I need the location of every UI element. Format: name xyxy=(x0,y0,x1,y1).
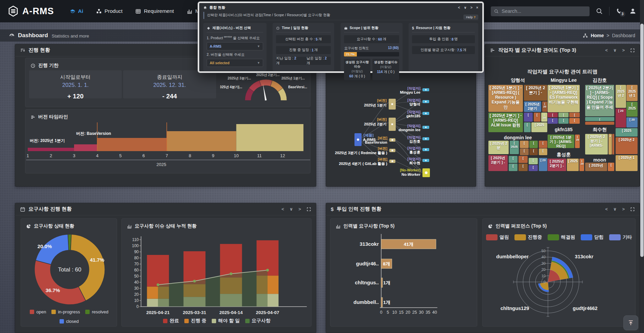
modal-collapse-button[interactable]: ∨ xyxy=(464,6,467,9)
treemap-cell[interactable]: [ 20 xyxy=(579,159,584,171)
treemap-cell[interactable]: [ xyxy=(529,148,538,155)
treemap-cell[interactable]: [ 2025년 1분기 ] - [ARMS-REQ] xyxy=(548,135,574,148)
treemap-cell[interactable]: [ 2025년 xyxy=(585,163,607,171)
worker-involvement-treemap[interactable]: 양형석Mingyu Lee김찬호dongmin leegkfn185최수현홍성훈… xyxy=(488,76,638,171)
product-select[interactable]: A-RMS ▼ xyxy=(207,42,263,50)
legend-item[interactable]: 요구사항 xyxy=(245,318,271,324)
panel-collapse-button[interactable]: ∨ xyxy=(290,207,293,211)
scroll-to-top-button[interactable] xyxy=(623,315,638,330)
treemap-cell[interactable]: [ xyxy=(509,164,518,171)
breadcrumb-home[interactable]: Home xyxy=(591,33,604,38)
treemap-cell[interactable]: [ 20 xyxy=(541,113,547,122)
notifications-button[interactable]: 3 xyxy=(616,7,623,15)
treemap-cell[interactable]: [ xyxy=(529,141,538,148)
treemap-cell[interactable]: [ xyxy=(548,113,558,117)
help-button[interactable]: Help ? xyxy=(463,15,478,20)
legend-item[interactable]: open xyxy=(30,309,46,314)
search-button-icon[interactable] xyxy=(596,7,603,15)
modal-next-button[interactable]: > xyxy=(470,6,473,9)
treemap-cell[interactable]: [ 2025년 2분기 ] - [ARMS-REQ] ALM Issue 컬럼 xyxy=(488,113,523,132)
nav-item-product[interactable]: Product xyxy=(96,8,122,14)
treemap-cell[interactable]: [ xyxy=(519,156,528,163)
version-timeline-chart[interactable]: 버전: 2025년 1분기버전: BaseVersion123456789101… xyxy=(26,119,310,171)
version-gauge-chart[interactable]: 2025년 4분기|...2025년 3분기...2025년 2분기...202… xyxy=(220,71,312,102)
treemap-cell[interactable]: [ xyxy=(569,113,579,117)
treemap-cell[interactable]: [ xyxy=(519,164,528,171)
treemap-cell[interactable]: [ 2025년 2분기 ] - [ARMS- xyxy=(585,134,608,154)
panel-collapse-button[interactable]: ∨ xyxy=(613,48,617,52)
panel-expand-icon[interactable] xyxy=(306,207,311,212)
treemap-cell[interactable]: [ xyxy=(520,148,529,155)
legend-item[interactable]: resolved xyxy=(85,309,108,314)
treemap-cell[interactable]: [ 2025 xyxy=(626,102,638,117)
treemap-cell[interactable]: [ 2025년 2분기 ] - xyxy=(548,159,566,171)
treemap-cell[interactable]: [ xyxy=(524,113,533,122)
panel-collapse-button[interactable]: ∨ xyxy=(613,207,617,211)
nav-item-requirement[interactable]: Requirement xyxy=(135,8,174,14)
panel-prev-button[interactable]: < xyxy=(281,207,284,211)
treemap-cell[interactable]: [ 2025년 2분기 xyxy=(524,101,542,112)
requirement-status-donut[interactable]: 41.7%36.7%20.0%Total : 60openin-progress… xyxy=(21,219,117,327)
treemap-cell[interactable] xyxy=(585,122,614,124)
treemap-cell[interactable]: [ 20 xyxy=(616,109,626,127)
treemap-cell[interactable]: [ 2025년 2분기 ] - xyxy=(524,85,548,101)
treemap-cell[interactable]: [ xyxy=(524,122,531,132)
nav-item-ai[interactable]: Ai xyxy=(70,8,84,14)
treemap-cell[interactable]: 2 xyxy=(608,134,612,154)
treemap-cell[interactable]: [ 2025년 2 xyxy=(616,85,626,108)
panel-prev-button[interactable]: < xyxy=(605,207,608,211)
people-requirements-chart[interactable]: 0510152025303540313cokr41개gudtjr46..8개ch… xyxy=(330,219,478,327)
treemap-cell[interactable]: [ 20 xyxy=(539,158,548,171)
legend-item[interactable]: 해야 할 일 xyxy=(212,318,240,324)
treemap-cell[interactable]: [ 2025년 1 xyxy=(616,155,638,171)
treemap-cell[interactable]: [ 20 xyxy=(575,135,580,148)
modal-prev-button[interactable]: < xyxy=(458,6,460,9)
panel-prev-button[interactable]: < xyxy=(605,48,608,52)
issue-stack-chart[interactable]: 01020304050607080901001102025-04-212025-… xyxy=(122,219,312,327)
performance-polar-chart[interactable]: 01020304050dumbbelloper313cokrchltngus12… xyxy=(483,219,636,327)
treemap-cell[interactable]: [ 2025 xyxy=(510,141,519,154)
treemap-cell[interactable]: [ xyxy=(539,148,547,155)
treemap-cell[interactable]: [ xyxy=(529,165,538,171)
treemap-cell[interactable]: [ 20 xyxy=(626,117,638,127)
treemap-cell[interactable]: [ xyxy=(548,118,558,124)
version-select[interactable]: All selected ▼ xyxy=(207,59,263,67)
treemap-cell[interactable]: [ xyxy=(534,113,540,122)
legend-item[interactable]: in-progress xyxy=(51,309,80,314)
treemap-cell[interactable]: [ 2025년 2분기 ] - xyxy=(488,155,508,171)
treemap-cell[interactable]: [ xyxy=(558,113,569,117)
treemap-cell[interactable]: [ 2025년 1분기 ] - [ARMS-REQ] ES Framework … xyxy=(548,85,580,112)
search-input[interactable] xyxy=(491,6,590,16)
user-icon[interactable] xyxy=(629,7,637,15)
legend-item[interactable]: 완료 xyxy=(163,318,179,324)
treemap-cell[interactable]: [ xyxy=(585,117,614,121)
treemap-cell[interactable]: [ xyxy=(520,141,529,148)
treemap-cell[interactable]: [ xyxy=(539,141,547,148)
treemap-cell[interactable]: [ xyxy=(569,118,579,124)
treemap-cell[interactable]: [ 2025년 1 xyxy=(626,85,638,101)
legend-item[interactable]: 진행 중 xyxy=(184,318,206,324)
panel-expand-icon[interactable] xyxy=(630,48,635,53)
panel-next-button[interactable]: > xyxy=(622,207,625,211)
treemap-cell[interactable]: [ 2025년 1분기 ] - [ARMS-REQ] ( Resource ) … xyxy=(488,85,523,112)
panel-next-button[interactable]: > xyxy=(298,207,301,211)
treemap-cell[interactable]: [ 2025년 2분 xyxy=(488,141,509,154)
treemap-cell[interactable]: [ 2025 xyxy=(531,122,547,132)
treemap-cell[interactable]: [ xyxy=(558,118,569,124)
treemap-cell[interactable]: [ 20 xyxy=(542,101,547,112)
panel-next-button[interactable]: > xyxy=(622,48,625,52)
treemap-cell[interactable] xyxy=(612,134,614,154)
search-box[interactable] xyxy=(491,6,590,16)
treemap-cell[interactable]: [ 2025년 2 xyxy=(616,137,638,154)
treemap-cell[interactable]: [ 2025 xyxy=(616,128,638,137)
treemap-cell[interactable]: [ 2025 xyxy=(567,159,579,171)
treemap-cell[interactable]: [ 2025년 2분기 ] - [ARMS-REQ] ( Scope ) Exp… xyxy=(585,85,614,116)
legend-item[interactable]: closed xyxy=(60,319,79,324)
panel-expand-icon[interactable] xyxy=(630,207,635,212)
app-logo[interactable]: A-RMS xyxy=(7,5,54,17)
treemap-cell[interactable]: [ xyxy=(509,156,518,163)
scrollbar-thumb[interactable] xyxy=(640,24,644,257)
treemap-cell[interactable]: [ xyxy=(529,158,538,164)
modal-header[interactable]: 통합 현황 < ∨ > × xyxy=(199,3,482,11)
treemap-cell[interactable]: [ xyxy=(608,163,614,171)
